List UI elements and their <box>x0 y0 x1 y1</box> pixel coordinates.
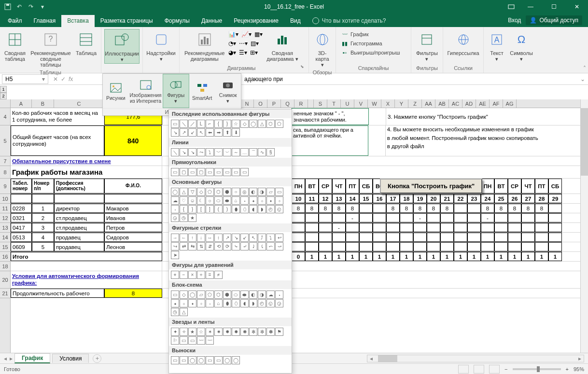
schedule-cell[interactable] <box>521 213 535 222</box>
shape-item[interactable]: { <box>180 205 188 213</box>
day-header[interactable]: СР <box>319 179 332 194</box>
schedule-cell[interactable] <box>535 233 548 242</box>
date-header[interactable]: 21 <box>440 194 454 203</box>
normal-view-icon[interactable] <box>458 365 469 374</box>
sheet-nav-last-icon[interactable]: ▸ <box>10 355 13 362</box>
tab-file[interactable]: Файл <box>2 15 28 27</box>
schedule-cell[interactable]: 8 <box>481 204 494 213</box>
shape-item[interactable]: ⌒ <box>249 148 257 156</box>
bar-chart-icon[interactable]: 📊▾ <box>228 31 238 38</box>
cell-conditions-link[interactable]: Условия для автоматического формирования… <box>11 271 162 288</box>
shape-item[interactable]: ☼ <box>206 196 214 205</box>
shape-item[interactable]: ∿ <box>258 148 266 156</box>
shape-item[interactable]: ⌂ <box>232 196 240 205</box>
staff-cell[interactable]: директор <box>54 204 104 213</box>
row-header[interactable]: 8 <box>0 166 10 179</box>
total-cell[interactable]: 1 <box>467 252 481 261</box>
schedule-cell[interactable] <box>535 223 548 232</box>
shape-item[interactable]: ↑ <box>188 234 196 242</box>
shape-item[interactable]: ◴ <box>258 299 266 307</box>
shape-item[interactable]: ✧ <box>180 328 188 336</box>
schedule-cell[interactable] <box>413 223 427 232</box>
staff-cell[interactable]: 1 <box>32 204 54 213</box>
build-chart-button[interactable]: Кнопка "Построить график" <box>380 179 482 194</box>
staff-cell[interactable]: ст.продавец <box>54 223 104 232</box>
day-header[interactable]: ВТ <box>305 179 319 194</box>
stock-chart-icon[interactable]: ☰▾ <box>239 49 247 56</box>
cell-duration-label[interactable]: Продолжительность рабочего <box>11 289 104 298</box>
schedule-cell[interactable] <box>467 213 481 222</box>
shape-item[interactable]: ⇆ <box>188 242 196 250</box>
shape-item[interactable]: ⇄ <box>180 242 188 250</box>
shape-item[interactable]: ◷ <box>180 214 188 222</box>
table-header[interactable]: Номер п/п <box>32 179 54 194</box>
shape-item[interactable]: ♡ <box>180 196 188 205</box>
shape-item[interactable]: ⌂ <box>214 299 223 307</box>
schedule-cell[interactable] <box>359 242 373 251</box>
shape-item[interactable]: ⚐ <box>171 336 179 345</box>
combo-chart-icon[interactable]: ⊞▾ <box>250 49 258 56</box>
table-header[interactable]: Ф.И.О. <box>104 179 162 194</box>
shape-item[interactable]: ↓ <box>197 234 205 242</box>
shape-item[interactable]: ︶ <box>223 148 231 156</box>
shape-item[interactable]: ⬨ <box>197 299 205 307</box>
date-header[interactable]: 17 <box>386 194 400 203</box>
surface-chart-icon[interactable]: ▤▾ <box>251 40 259 47</box>
staff-cell[interactable]: 2 <box>32 213 54 222</box>
total-cell[interactable]: 1 <box>440 252 454 261</box>
zoom-slider[interactable] <box>513 368 561 370</box>
staff-cell[interactable]: продавец <box>54 233 104 242</box>
tab-formulas[interactable]: Формулы <box>159 15 196 27</box>
schedule-cell[interactable] <box>440 223 454 232</box>
schedule-cell[interactable] <box>319 213 332 222</box>
schedule-cell[interactable]: 8 <box>508 204 521 213</box>
shape-item[interactable]: ⤴ <box>258 234 266 242</box>
column-header[interactable]: W <box>368 99 381 108</box>
row-header[interactable]: 7 <box>0 156 10 166</box>
shape-item[interactable]: ◯ <box>197 356 205 364</box>
shape-item[interactable]: − <box>180 271 188 279</box>
staff-cell[interactable]: продавец <box>54 242 104 251</box>
date-header[interactable]: 15 <box>359 194 373 203</box>
row-header[interactable]: 10 <box>0 194 10 204</box>
schedule-cell[interactable] <box>481 223 494 232</box>
schedule-cell[interactable] <box>386 223 400 232</box>
schedule-cell[interactable]: 8 <box>521 204 535 213</box>
staff-cell[interactable]: ст.продавец <box>54 213 104 222</box>
vertical-scrollbar[interactable] <box>580 99 588 353</box>
shape-item[interactable]: ) <box>223 205 231 213</box>
shape-item[interactable]: ✺ <box>240 328 249 336</box>
schedule-cell[interactable] <box>373 204 386 213</box>
schedule-cell[interactable] <box>386 242 400 251</box>
sparkline-winloss-button[interactable]: ▪▫Выигрыш/проигрыш <box>339 48 408 57</box>
column-header[interactable]: AG <box>503 99 517 108</box>
total-cell[interactable]: 1 <box>521 252 535 261</box>
staff-cell[interactable]: 0321 <box>11 213 32 222</box>
shape-item[interactable]: ⬠ <box>275 120 283 128</box>
date-header[interactable]: 14 <box>346 194 359 203</box>
schedule-cell[interactable] <box>467 204 481 213</box>
sheet-tab-grafik[interactable]: График <box>14 353 50 363</box>
shape-item[interactable]: ▭ <box>171 291 179 299</box>
schedule-cell[interactable] <box>481 233 494 242</box>
redo-icon[interactable]: ↷ <box>27 3 35 11</box>
schedule-cell[interactable] <box>292 223 305 232</box>
day-header[interactable]: ЧТ <box>521 179 535 194</box>
schedule-cell[interactable] <box>454 242 467 251</box>
shape-item[interactable]: ☁ <box>266 291 275 299</box>
column-header[interactable]: AF <box>490 99 503 108</box>
total-cell[interactable]: 1 <box>494 252 508 261</box>
column-header[interactable]: Z <box>408 99 422 108</box>
total-cell[interactable]: 1 <box>305 252 319 261</box>
schedule-cell[interactable]: 8 <box>440 204 454 213</box>
shape-item[interactable]: ⬬ <box>223 196 231 205</box>
shape-item[interactable]: ☺ <box>188 196 196 205</box>
select-all-corner[interactable] <box>0 99 11 108</box>
column-header[interactable]: AE <box>476 99 490 108</box>
column-header[interactable]: AD <box>462 99 476 108</box>
schedule-cell[interactable]: 8 <box>346 204 359 213</box>
schedule-cell[interactable] <box>305 233 319 242</box>
maximize-button[interactable]: ☐ <box>543 0 565 14</box>
tell-me-search[interactable]: Что вы хотите сделать? <box>312 17 386 27</box>
schedule-cell[interactable] <box>494 242 508 251</box>
